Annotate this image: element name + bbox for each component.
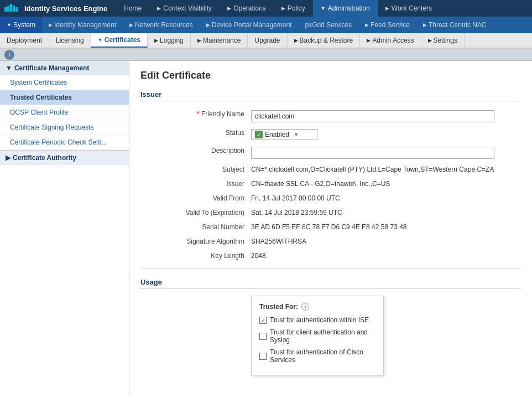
key-length-value: 2048	[251, 250, 521, 260]
sidebar-item-certificate-signing-requests[interactable]: Certificate Signing Requests	[0, 120, 129, 135]
nav-network-resources-arrow: ▶	[129, 22, 133, 28]
svg-rect-4	[15, 7, 18, 12]
content-area: Edit Certificate Issuer * Friendly Name …	[129, 61, 532, 397]
third-navigation: Deployment Licensing ▼ Certificates ▶ Lo…	[0, 33, 532, 49]
valid-from-row: Valid From Fri, 14 Jul 2017 00:00:00 UTC	[140, 192, 521, 202]
main-layout: ▼ Certificate Management System Certific…	[0, 61, 532, 397]
nav-home[interactable]: Home	[116, 0, 149, 17]
status-dropdown[interactable]: ✓ Enabled ▼	[251, 129, 317, 140]
friendly-name-input[interactable]	[251, 110, 494, 122]
trust-auth-ise-row: ✓ Trust for authentication within ISE	[259, 316, 375, 324]
issuer-field-label: Issuer	[140, 178, 251, 188]
cisco-logo	[0, 3, 24, 13]
second-navigation: ▼ System ▶ Identity Management ▶ Network…	[0, 17, 532, 33]
svg-rect-3	[13, 6, 15, 12]
trust-client-auth-row: Trust for client authentication and Sysl…	[259, 328, 375, 344]
trusted-for-box: Trusted For: i ✓ Trust for authenticatio…	[251, 296, 384, 375]
tab-settings-arrow: ▶	[428, 38, 432, 43]
description-input[interactable]	[251, 147, 494, 159]
nav-work-centers[interactable]: ▶ Work Centers	[378, 0, 440, 17]
svg-rect-0	[4, 7, 7, 12]
sidebar-item-certificate-periodic-check[interactable]: Certificate Periodic Check Setti...	[0, 135, 129, 150]
valid-from-value: Fri, 14 Jul 2017 00:00:00 UTC	[251, 192, 521, 202]
trust-cisco-services-label: Trust for authentication of Cisco Servic…	[270, 348, 375, 364]
trust-auth-ise-checkbox[interactable]: ✓	[259, 317, 267, 324]
tab-backup-restore[interactable]: ▶ Backup & Restore	[288, 33, 361, 48]
key-length-row: Key Length 2048	[140, 250, 521, 260]
usage-section-header: Usage	[140, 278, 521, 289]
tab-maintenance-arrow: ▶	[197, 38, 201, 43]
subject-value: CN=*.clickatell.com,O=Clickatell (PTY) L…	[251, 163, 521, 173]
tab-upgrade[interactable]: Upgrade	[248, 33, 287, 48]
trust-cisco-services-row: Trust for authentication of Cisco Servic…	[259, 348, 375, 364]
tab-admin-access[interactable]: ▶ Admin Access	[360, 33, 421, 48]
sidebar-item-ocsp-client-profile[interactable]: OCSP Client Profile	[0, 105, 129, 120]
tab-logging[interactable]: ▶ Logging	[148, 33, 191, 48]
issuer-field-value: CN=thawte SSL CA - G2,O=thawte\, Inc.,C=…	[251, 178, 521, 188]
sidebar-section-certificate-management[interactable]: ▼ Certificate Management	[0, 61, 129, 75]
sidebar-subsection-certificate-authority[interactable]: ▶ Certificate Authority	[0, 150, 129, 165]
nav-administration[interactable]: ▼ Administration	[313, 0, 378, 17]
trust-auth-ise-label: Trust for authentication within ISE	[270, 316, 369, 324]
tab-settings[interactable]: ▶ Settings	[421, 33, 465, 48]
status-text: Enabled	[265, 131, 289, 138]
tab-deployment[interactable]: Deployment	[0, 33, 49, 48]
svg-rect-2	[10, 4, 12, 12]
nav-system[interactable]: ▼ System	[0, 17, 42, 33]
signature-algorithm-value: SHA256WITHRSA	[251, 235, 521, 245]
sidebar: ▼ Certificate Management System Certific…	[0, 61, 129, 397]
nav-identity-management[interactable]: ▶ Identity Management	[42, 17, 123, 33]
trusted-for-title: Trusted For: i	[259, 303, 375, 311]
trust-client-auth-label: Trust for client authentication and Sysl…	[270, 328, 375, 344]
nav-context-visibility-arrow: ▶	[157, 6, 161, 11]
valid-to-row: Valid To (Expiration) Sat, 14 Jul 2018 2…	[140, 207, 521, 216]
serial-number-row: Serial Number 3E AD 6D F5 EF 6C 78 F7 D6…	[140, 221, 521, 231]
sidebar-subsection-arrow: ▶	[6, 154, 11, 162]
tab-certificates[interactable]: ▼ Certificates	[91, 33, 148, 48]
svg-rect-1	[7, 6, 9, 12]
serial-number-label: Serial Number	[140, 221, 251, 231]
trust-cisco-services-checkbox[interactable]	[259, 353, 267, 360]
friendly-name-label: * Friendly Name	[140, 108, 251, 118]
tab-backup-restore-arrow: ▶	[294, 38, 298, 43]
valid-from-label: Valid From	[140, 192, 251, 202]
nav-network-resources[interactable]: ▶ Network Resources	[123, 17, 200, 33]
nav-threat-centric-arrow: ▶	[423, 22, 427, 28]
description-row: Description	[140, 145, 521, 159]
top-nav-items: Home ▶ Context Visibility ▶ Operations ▶…	[116, 0, 440, 17]
nav-policy[interactable]: ▶ Policy	[274, 0, 313, 17]
tab-maintenance[interactable]: ▶ Maintenance	[191, 33, 248, 48]
subject-row: Subject CN=*.clickatell.com,O=Clickatell…	[140, 163, 521, 173]
key-length-label: Key Length	[140, 250, 251, 260]
info-icon[interactable]: i	[4, 50, 14, 60]
description-value	[251, 145, 521, 159]
trusted-for-info-icon[interactable]: i	[301, 303, 309, 311]
sidebar-item-system-certificates[interactable]: System Certificates	[0, 75, 129, 90]
nav-device-portal-arrow: ▶	[206, 22, 210, 28]
nav-device-portal[interactable]: ▶ Device Portal Management	[200, 17, 299, 33]
tab-admin-access-arrow: ▶	[367, 38, 371, 43]
sidebar-section-arrow: ▼	[6, 64, 12, 72]
tab-licensing[interactable]: Licensing	[49, 33, 91, 48]
nav-context-visibility[interactable]: ▶ Context Visibility	[149, 0, 220, 17]
page-title: Edit Certificate	[140, 70, 521, 81]
issuer-row: Issuer CN=thawte SSL CA - G2,O=thawte\, …	[140, 178, 521, 188]
status-value: ✓ Enabled ▼	[251, 127, 521, 140]
status-dropdown-arrow: ▼	[294, 132, 299, 137]
serial-number-value: 3E AD 6D F5 EF 6C 78 F7 D6 C9 4E E8 42 5…	[251, 221, 521, 231]
tab-certificates-arrow: ▼	[98, 37, 103, 43]
info-bar: i	[0, 49, 532, 61]
friendly-name-value	[251, 108, 521, 122]
top-navigation: Identity Services Engine Home ▶ Context …	[0, 0, 532, 17]
nav-threat-centric[interactable]: ▶ Threat Centric NAC	[416, 17, 493, 33]
sidebar-item-trusted-certificates[interactable]: Trusted Certificates	[0, 90, 129, 105]
nav-feed-service[interactable]: ▶ Feed Service	[358, 17, 416, 33]
valid-to-value: Sat, 14 Jul 2018 23:59:59 UTC	[251, 207, 521, 216]
tab-logging-arrow: ▶	[154, 38, 158, 43]
valid-to-label: Valid To (Expiration)	[140, 207, 251, 216]
subject-label: Subject	[140, 163, 251, 173]
trust-client-auth-checkbox[interactable]	[259, 333, 267, 340]
status-label: Status	[140, 127, 251, 137]
nav-operations[interactable]: ▶ Operations	[220, 0, 274, 17]
nav-pxgrid[interactable]: pxGrid Services	[298, 17, 358, 33]
